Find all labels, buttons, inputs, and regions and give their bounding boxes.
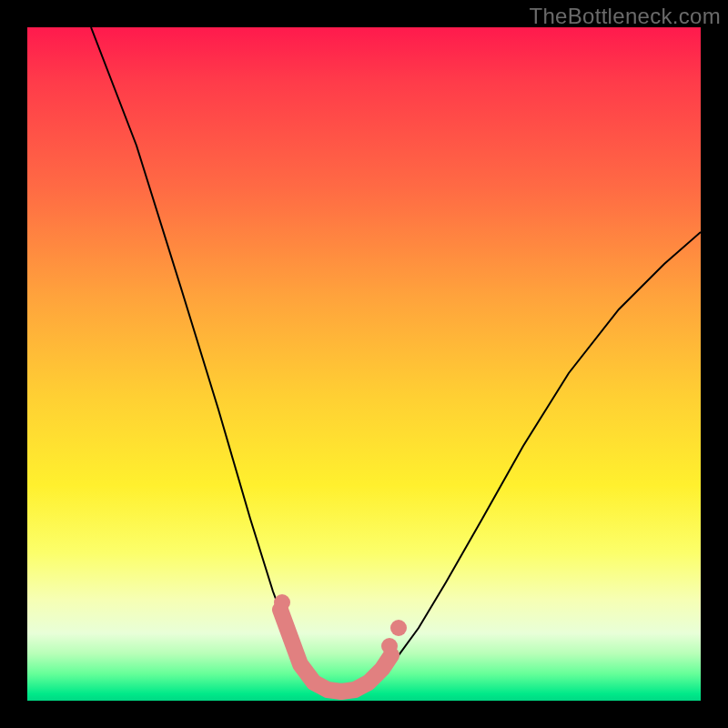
overlay-dot [274, 594, 290, 611]
plot-area [27, 27, 701, 701]
chart-frame: TheBottleneck.com [0, 0, 728, 728]
bottleneck-curve [91, 27, 701, 694]
overlay-dot [390, 620, 407, 636]
watermark-text: TheBottleneck.com [529, 4, 721, 29]
overlay-dot [381, 638, 398, 654]
optimal-range-overlay [280, 610, 391, 692]
chart-svg [27, 27, 701, 701]
